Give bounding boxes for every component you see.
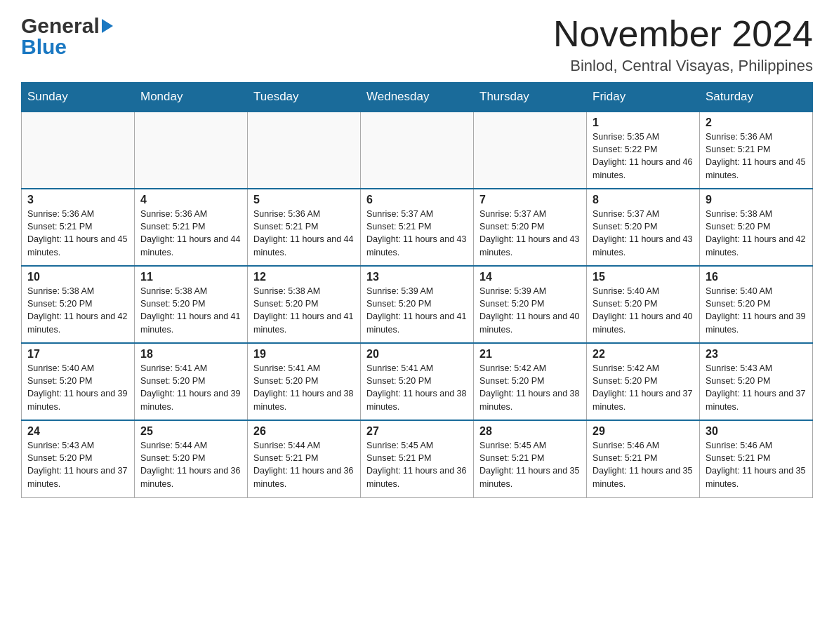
day-info: Sunrise: 5:41 AM Sunset: 5:20 PM Dayligh…	[366, 362, 468, 413]
logo-blue-text: Blue	[21, 35, 67, 59]
calendar-cell: 27Sunrise: 5:45 AM Sunset: 5:21 PM Dayli…	[361, 420, 474, 497]
calendar-cell: 15Sunrise: 5:40 AM Sunset: 5:20 PM Dayli…	[587, 266, 700, 343]
calendar-cell: 6Sunrise: 5:37 AM Sunset: 5:21 PM Daylig…	[361, 189, 474, 266]
day-number: 11	[140, 271, 241, 283]
day-info: Sunrise: 5:39 AM Sunset: 5:20 PM Dayligh…	[366, 285, 468, 336]
day-info: Sunrise: 5:40 AM Sunset: 5:20 PM Dayligh…	[593, 285, 694, 336]
column-header-monday: Monday	[135, 83, 248, 112]
day-number: 14	[479, 271, 581, 283]
calendar-cell	[248, 112, 361, 189]
day-info: Sunrise: 5:46 AM Sunset: 5:21 PM Dayligh…	[706, 439, 807, 490]
calendar-cell: 7Sunrise: 5:37 AM Sunset: 5:20 PM Daylig…	[474, 189, 587, 266]
day-number: 15	[593, 271, 694, 283]
day-info: Sunrise: 5:42 AM Sunset: 5:20 PM Dayligh…	[479, 362, 581, 413]
day-number: 26	[253, 425, 355, 438]
day-info: Sunrise: 5:37 AM Sunset: 5:20 PM Dayligh…	[479, 208, 581, 259]
day-number: 13	[366, 271, 468, 283]
calendar-cell: 16Sunrise: 5:40 AM Sunset: 5:20 PM Dayli…	[700, 266, 813, 343]
column-header-thursday: Thursday	[474, 83, 587, 112]
day-info: Sunrise: 5:43 AM Sunset: 5:20 PM Dayligh…	[706, 362, 807, 413]
logo: General Blue	[21, 14, 113, 59]
day-info: Sunrise: 5:38 AM Sunset: 5:20 PM Dayligh…	[253, 285, 355, 336]
day-number: 3	[27, 194, 128, 206]
day-info: Sunrise: 5:38 AM Sunset: 5:20 PM Dayligh…	[140, 285, 241, 336]
day-info: Sunrise: 5:40 AM Sunset: 5:20 PM Dayligh…	[27, 362, 128, 413]
day-number: 7	[479, 194, 581, 206]
calendar-cell: 10Sunrise: 5:38 AM Sunset: 5:20 PM Dayli…	[22, 266, 135, 343]
page-header: General Blue November 2024 Binlod, Centr…	[21, 14, 813, 75]
day-info: Sunrise: 5:44 AM Sunset: 5:21 PM Dayligh…	[253, 439, 355, 490]
day-info: Sunrise: 5:36 AM Sunset: 5:21 PM Dayligh…	[140, 208, 241, 259]
column-header-saturday: Saturday	[700, 83, 813, 112]
calendar-cell: 17Sunrise: 5:40 AM Sunset: 5:20 PM Dayli…	[22, 343, 135, 420]
day-info: Sunrise: 5:38 AM Sunset: 5:20 PM Dayligh…	[706, 208, 807, 259]
calendar-cell: 9Sunrise: 5:38 AM Sunset: 5:20 PM Daylig…	[700, 189, 813, 266]
day-number: 21	[479, 348, 581, 361]
day-info: Sunrise: 5:41 AM Sunset: 5:20 PM Dayligh…	[140, 362, 241, 413]
day-number: 27	[366, 425, 468, 438]
day-number: 30	[706, 425, 807, 438]
day-number: 2	[706, 116, 807, 129]
day-info: Sunrise: 5:40 AM Sunset: 5:20 PM Dayligh…	[706, 285, 807, 336]
logo-arrow-icon	[102, 19, 113, 33]
column-header-sunday: Sunday	[22, 83, 135, 112]
day-number: 5	[253, 194, 355, 206]
calendar-cell: 20Sunrise: 5:41 AM Sunset: 5:20 PM Dayli…	[361, 343, 474, 420]
title-section: November 2024 Binlod, Central Visayas, P…	[553, 14, 813, 75]
calendar-cell: 30Sunrise: 5:46 AM Sunset: 5:21 PM Dayli…	[700, 420, 813, 497]
calendar-week-row: 24Sunrise: 5:43 AM Sunset: 5:20 PM Dayli…	[22, 420, 813, 497]
calendar-week-row: 10Sunrise: 5:38 AM Sunset: 5:20 PM Dayli…	[22, 266, 813, 343]
calendar-cell: 25Sunrise: 5:44 AM Sunset: 5:20 PM Dayli…	[135, 420, 248, 497]
day-info: Sunrise: 5:37 AM Sunset: 5:21 PM Dayligh…	[366, 208, 468, 259]
calendar-week-row: 17Sunrise: 5:40 AM Sunset: 5:20 PM Dayli…	[22, 343, 813, 420]
calendar-cell: 1Sunrise: 5:35 AM Sunset: 5:22 PM Daylig…	[587, 112, 700, 189]
calendar-week-row: 1Sunrise: 5:35 AM Sunset: 5:22 PM Daylig…	[22, 112, 813, 189]
day-number: 17	[27, 348, 128, 361]
calendar-cell: 5Sunrise: 5:36 AM Sunset: 5:21 PM Daylig…	[248, 189, 361, 266]
day-number: 1	[593, 116, 694, 129]
day-info: Sunrise: 5:43 AM Sunset: 5:20 PM Dayligh…	[27, 439, 128, 490]
day-number: 29	[593, 425, 694, 438]
day-number: 12	[253, 271, 355, 283]
day-number: 6	[366, 194, 468, 206]
calendar-cell: 18Sunrise: 5:41 AM Sunset: 5:20 PM Dayli…	[135, 343, 248, 420]
day-number: 16	[706, 271, 807, 283]
calendar-cell: 21Sunrise: 5:42 AM Sunset: 5:20 PM Dayli…	[474, 343, 587, 420]
day-number: 18	[140, 348, 241, 361]
calendar-cell: 19Sunrise: 5:41 AM Sunset: 5:20 PM Dayli…	[248, 343, 361, 420]
calendar-table: SundayMondayTuesdayWednesdayThursdayFrid…	[21, 82, 813, 498]
day-info: Sunrise: 5:39 AM Sunset: 5:20 PM Dayligh…	[479, 285, 581, 336]
calendar-cell: 13Sunrise: 5:39 AM Sunset: 5:20 PM Dayli…	[361, 266, 474, 343]
calendar-cell: 23Sunrise: 5:43 AM Sunset: 5:20 PM Dayli…	[700, 343, 813, 420]
day-info: Sunrise: 5:45 AM Sunset: 5:21 PM Dayligh…	[366, 439, 468, 490]
day-info: Sunrise: 5:37 AM Sunset: 5:20 PM Dayligh…	[593, 208, 694, 259]
day-info: Sunrise: 5:36 AM Sunset: 5:21 PM Dayligh…	[706, 130, 807, 182]
calendar-cell: 8Sunrise: 5:37 AM Sunset: 5:20 PM Daylig…	[587, 189, 700, 266]
day-number: 25	[140, 425, 241, 438]
day-number: 22	[593, 348, 694, 361]
calendar-cell: 28Sunrise: 5:45 AM Sunset: 5:21 PM Dayli…	[474, 420, 587, 497]
day-info: Sunrise: 5:36 AM Sunset: 5:21 PM Dayligh…	[253, 208, 355, 259]
calendar-cell: 22Sunrise: 5:42 AM Sunset: 5:20 PM Dayli…	[587, 343, 700, 420]
calendar-cell: 12Sunrise: 5:38 AM Sunset: 5:20 PM Dayli…	[248, 266, 361, 343]
day-number: 4	[140, 194, 241, 206]
column-header-friday: Friday	[587, 83, 700, 112]
day-info: Sunrise: 5:42 AM Sunset: 5:20 PM Dayligh…	[593, 362, 694, 413]
day-info: Sunrise: 5:38 AM Sunset: 5:20 PM Dayligh…	[27, 285, 128, 336]
calendar-cell	[22, 112, 135, 189]
day-number: 24	[27, 425, 128, 438]
day-info: Sunrise: 5:36 AM Sunset: 5:21 PM Dayligh…	[27, 208, 128, 259]
calendar-cell	[135, 112, 248, 189]
day-number: 19	[253, 348, 355, 361]
day-number: 8	[593, 194, 694, 206]
day-info: Sunrise: 5:44 AM Sunset: 5:20 PM Dayligh…	[140, 439, 241, 490]
day-number: 23	[706, 348, 807, 361]
calendar-cell: 24Sunrise: 5:43 AM Sunset: 5:20 PM Dayli…	[22, 420, 135, 497]
calendar-week-row: 3Sunrise: 5:36 AM Sunset: 5:21 PM Daylig…	[22, 189, 813, 266]
day-number: 10	[27, 271, 128, 283]
day-info: Sunrise: 5:45 AM Sunset: 5:21 PM Dayligh…	[479, 439, 581, 490]
calendar-header-row: SundayMondayTuesdayWednesdayThursdayFrid…	[22, 83, 813, 112]
calendar-cell	[474, 112, 587, 189]
column-header-tuesday: Tuesday	[248, 83, 361, 112]
day-info: Sunrise: 5:35 AM Sunset: 5:22 PM Dayligh…	[593, 130, 694, 182]
